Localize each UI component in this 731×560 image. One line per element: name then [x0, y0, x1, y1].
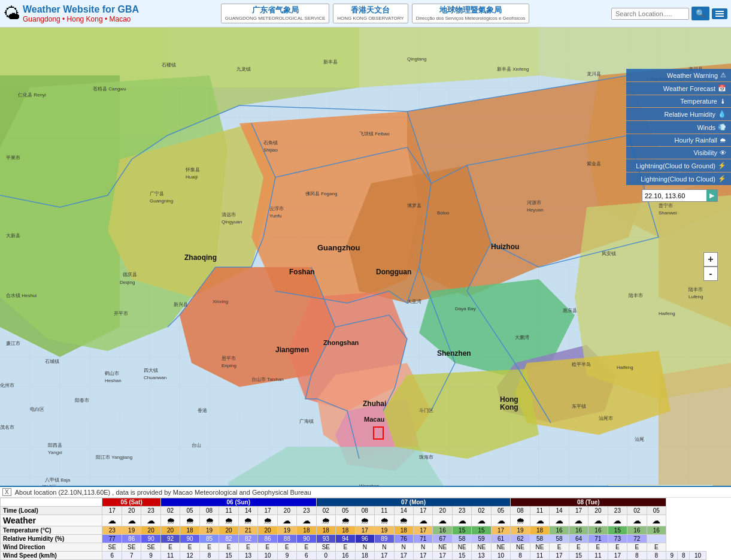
wind-speed-cell: 17 — [375, 552, 394, 560]
wind-speed-cell: 6 — [297, 552, 316, 560]
weather-forecast-button[interactable]: Weather Forecast 📅 — [626, 82, 731, 95]
wind-dir-cell: N — [394, 543, 413, 552]
zoom-in-button[interactable]: + — [703, 252, 718, 267]
time-cell: 17 — [102, 507, 122, 515]
temp-cell: 16 — [550, 526, 569, 535]
org-logo-macao[interactable]: 地球物理暨氣象局 Direcção dos Serviços Meteoroló… — [412, 4, 530, 23]
temp-cell: 16 — [627, 526, 647, 535]
menu-button[interactable] — [712, 8, 727, 19]
svg-text:普宁市: 普宁市 — [659, 203, 673, 208]
wind-dir-cell: SE — [141, 543, 160, 552]
wind-dir-cell: E — [627, 543, 647, 552]
visibility-button[interactable]: Visibility 👁 — [626, 147, 731, 159]
temp-cell: 21 — [238, 526, 257, 535]
wind-dir-cell: E — [589, 543, 608, 552]
temp-cell: 16 — [433, 526, 452, 535]
search-input[interactable] — [611, 8, 689, 20]
wind-speed-cell: 15 — [219, 552, 238, 560]
weather-cell: ☁ — [452, 515, 471, 526]
svg-text:八甲镇 Baja: 八甲镇 Baja — [45, 477, 71, 483]
svg-text:清远市: 清远市 — [222, 212, 236, 217]
wind-speed-cell: 17 — [394, 552, 413, 560]
svg-text:Guangning: Guangning — [150, 198, 173, 204]
svg-text:平果市: 平果市 — [6, 155, 20, 161]
wind-dir-cell: E — [199, 543, 219, 552]
weather-cell: 🌧 — [199, 515, 219, 526]
svg-text:惠东县: 惠东县 — [562, 308, 577, 313]
lightning-cloud-button[interactable]: Lightning(Cloud to Cloud) ⚡ — [626, 172, 731, 185]
temperature-row: Temperature (°C)231920201819202120191818… — [1, 526, 706, 535]
humidity-cell: 59 — [472, 535, 491, 543]
zoom-out-button[interactable]: - — [703, 267, 718, 281]
right-panel: Weather Warning ⚠ Weather Forecast 📅 Tem… — [626, 28, 731, 185]
data-close-button[interactable]: X — [2, 488, 11, 496]
site-logo: 🌤 Weather Website for GBA Guangdong • Ho… — [4, 4, 139, 23]
weather-cell: 🌧 — [219, 515, 238, 526]
city-jiangmen: Jiangmen — [275, 346, 309, 354]
wind-dir-cell: N — [413, 543, 432, 552]
city-guangzhou: Guangzhou — [317, 243, 360, 252]
humidity-cell: 90 — [297, 535, 316, 543]
weather-cell: ☁ — [141, 515, 160, 526]
humidity-cell: 90 — [141, 535, 160, 543]
humidity-cell: 90 — [180, 535, 199, 543]
humidity-cell: 58 — [530, 535, 549, 543]
temp-cell: 23 — [102, 526, 122, 535]
search-button[interactable]: 🔍 — [691, 7, 709, 20]
wind-speed-cell: 17 — [413, 552, 432, 560]
svg-text:Huaiji: Huaiji — [186, 174, 198, 180]
svg-text:Qingyuan: Qingyuan — [222, 219, 242, 225]
svg-text:Chuanwan: Chuanwan — [144, 375, 166, 380]
temp-cell: 19 — [277, 526, 296, 535]
weather-cell: 🌧 — [160, 515, 180, 526]
coord-go-button[interactable]: ▶ — [706, 190, 717, 201]
time-cell: 11 — [530, 507, 549, 515]
humidity-cell: 77 — [102, 535, 122, 543]
wind-dir-cell: E — [569, 543, 588, 552]
wind-dir-cell: E — [277, 543, 296, 552]
day-05-sat: 05 (Sat) — [102, 498, 160, 507]
time-cell: 05 — [180, 507, 199, 515]
lightning-ground-button[interactable]: Lightning(Cloud to Ground) ⚡ — [626, 159, 731, 172]
humidity-cell: 67 — [433, 535, 452, 543]
weather-cell: ☁ — [122, 515, 141, 526]
weather-cell: 🌧 — [336, 515, 355, 526]
svg-text:德庆县: 德庆县 — [123, 272, 137, 277]
coord-input[interactable] — [642, 191, 705, 201]
svg-text:苍梧县 Cangwu: 苍梧县 Cangwu — [93, 86, 126, 92]
macau-marker — [373, 426, 384, 440]
org-logo-hko[interactable]: 香港天文台 HONG KONG OBSERVATORY — [333, 4, 408, 23]
weather-cell: ☁ — [627, 515, 647, 526]
weather-cell: ☁ — [472, 515, 491, 526]
svg-text:香港: 香港 — [198, 408, 207, 413]
weather-cell: 🌧 — [180, 515, 199, 526]
day-07-mon: 07 (Mon) — [316, 498, 511, 507]
wind-dir-cell: NE — [472, 543, 491, 552]
map-container[interactable]: Guangzhou Foshan Zhaoqing Dongguan Shenz… — [0, 28, 731, 504]
time-cell: 20 — [589, 507, 608, 515]
weather-warning-button[interactable]: Weather Warning ⚠ — [626, 69, 731, 81]
weather-cell: ☁ — [608, 515, 627, 526]
time-cell: 02 — [627, 507, 647, 515]
temperature-button[interactable]: Temperature 🌡 — [626, 95, 731, 107]
label-header — [1, 498, 102, 507]
temp-cell: 18 — [180, 526, 199, 535]
winds-button[interactable]: Winds 💨 — [626, 121, 731, 134]
hourly-rainfall-button[interactable]: Hourly Rainfall 🌧 — [626, 134, 731, 146]
data-table-wrapper[interactable]: 05 (Sat) 06 (Sun) 07 (Mon) 08 (Tue) Time… — [0, 498, 731, 560]
org-logo-guangdong[interactable]: 广东省气象局 GUANGDONG METEOROLOGICAL SERVICE — [221, 4, 330, 23]
temp-cell: 19 — [122, 526, 141, 535]
data-info-row: X About location (22.10N,113.60E) , data… — [0, 487, 731, 498]
wind-speed-cell: 10 — [258, 552, 277, 560]
temp-cell: 18 — [394, 526, 413, 535]
svg-text:九龙镇: 九龙镇 — [236, 66, 251, 72]
wind-dir-cell: SE — [316, 543, 335, 552]
wind-direction-row: Wind DirectionSESESEEEEEEEEESEENNNNNENEN… — [1, 543, 706, 552]
relative-humidity-button[interactable]: Relative Humidity 💧 — [626, 108, 731, 120]
humidity-cell: 71 — [589, 535, 608, 543]
wind-dir-cell: E — [258, 543, 277, 552]
svg-text:Daya Bay: Daya Bay — [455, 306, 476, 311]
svg-text:石城镇: 石城镇 — [45, 359, 59, 364]
time-cell: 14 — [238, 507, 257, 515]
time-cell: 05 — [491, 507, 510, 515]
